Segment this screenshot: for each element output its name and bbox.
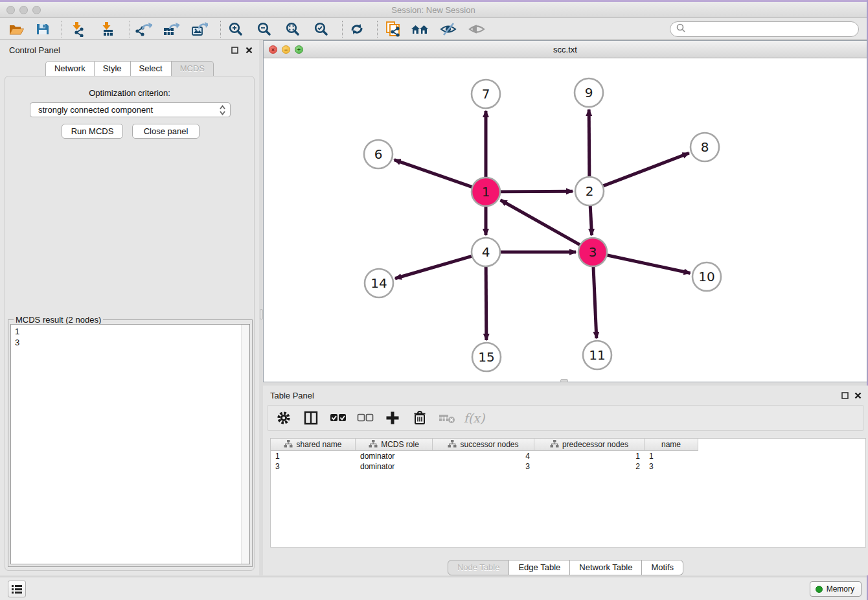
panel-splitter-handle[interactable] [260,309,263,319]
column-label: name [661,440,681,449]
graph-edge-1-2[interactable] [499,191,573,192]
graph-node-7[interactable]: 7 [472,80,500,108]
graph-edge-2-8[interactable] [602,153,689,187]
graph-edge-4-15[interactable] [486,265,486,340]
cell-predecessor_nodes[interactable]: 2 [534,461,645,472]
network-canvas[interactable]: 7968124314101511 [264,58,867,382]
search-box[interactable] [670,21,859,37]
select-all-icon[interactable] [330,410,347,426]
import-table-icon[interactable] [96,19,119,39]
cell-predecessor_nodes[interactable]: 1 [534,451,645,461]
table-settings-gear-icon[interactable] [275,410,292,426]
cell-name[interactable]: 1 [645,451,698,461]
first-neighbors-icon[interactable] [408,19,431,39]
run-mcds-button[interactable]: Run MCDS [62,124,123,139]
table-row[interactable]: 1dominator411 [271,451,865,461]
tab-network-table[interactable]: Network Table [570,560,642,575]
tab-node-table[interactable]: Node Table [448,560,510,575]
graph-node-11[interactable]: 11 [583,341,611,369]
graph-node-9[interactable]: 9 [575,78,603,107]
result-scrollbar[interactable] [241,325,249,564]
column-header-predecessor_nodes[interactable]: predecessor nodes [534,439,645,451]
svg-text:1: 1 [482,184,490,200]
import-network-icon[interactable] [66,19,89,39]
control-panel-title: Control Panel [9,45,60,55]
graph-edge-2-3[interactable] [590,204,592,235]
graph-edge-2-9[interactable] [589,110,589,178]
memory-label: Memory [827,584,854,594]
graph-edge-1-6[interactable] [394,160,474,188]
column-label: successor nodes [460,440,518,449]
graph-node-1[interactable]: 1 [472,178,500,206]
task-history-button[interactable] [8,581,26,597]
deselect-all-icon[interactable] [357,410,374,426]
column-header-successor_nodes[interactable]: successor nodes [433,439,534,451]
column-header-name[interactable]: name [645,439,698,451]
graph-edge-4-14[interactable] [395,256,474,279]
memory-button[interactable]: Memory [810,581,862,597]
graph-node-15[interactable]: 15 [472,343,501,371]
float-panel-icon[interactable] [229,45,240,55]
close-panel-button[interactable]: Close panel [132,124,200,139]
session-title: Session: New Session [0,5,867,15]
zoom-in-icon[interactable] [223,19,247,39]
hide-selected-icon[interactable] [437,19,460,39]
graph-node-4[interactable]: 4 [472,238,500,266]
graph-node-3[interactable]: 3 [578,238,607,266]
search-input[interactable] [686,25,848,34]
refresh-layout-icon[interactable] [345,19,369,39]
float-table-panel-icon[interactable] [839,390,850,400]
cell-name[interactable]: 3 [645,461,698,472]
graph-node-6[interactable]: 6 [364,140,393,168]
show-all-icon[interactable] [465,19,488,39]
graph-node-10[interactable]: 10 [692,262,721,291]
cell-mcds_role[interactable]: dominator [356,461,433,472]
tab-motifs[interactable]: Motifs [642,560,683,575]
control-panel: Control Panel NetworkStyleSelectMCDS Opt… [0,40,259,575]
export-image-icon[interactable] [188,19,211,39]
table-row[interactable]: 3dominator323 [271,461,865,472]
tab-mcds[interactable]: MCDS [172,61,214,76]
graph-node-14[interactable]: 14 [365,269,393,297]
export-table-icon[interactable] [159,19,183,39]
tab-edge-table[interactable]: Edge Table [509,560,570,575]
svg-text:10: 10 [698,269,714,284]
panel-splitter-handle-horizontal[interactable] [560,379,568,382]
cell-successor_nodes[interactable]: 3 [433,461,534,472]
column-header-mcds_role[interactable]: MCDS role [356,439,433,451]
graph-edge-3-11[interactable] [593,265,597,338]
svg-text:6: 6 [374,146,383,162]
network-window-titlebar[interactable]: × − + scc.txt [264,41,867,58]
clone-network-icon[interactable] [381,19,404,39]
open-session-icon[interactable] [5,19,29,39]
status-bar: Memory [0,577,867,600]
zoom-out-icon[interactable] [252,19,275,39]
graph-edge-3-10[interactable] [606,255,691,273]
zoom-selected-icon[interactable] [309,19,332,39]
cell-successor_nodes[interactable]: 4 [433,451,534,461]
cell-shared_name[interactable]: 3 [271,461,356,472]
control-panel-tabs: NetworkStyleSelectMCDS [0,61,259,76]
tab-network[interactable]: Network [45,61,95,76]
close-panel-icon[interactable] [244,45,254,55]
graph-node-8[interactable]: 8 [691,133,719,161]
tab-style[interactable]: Style [95,61,131,76]
graph-node-2[interactable]: 2 [575,177,604,205]
toolbar-separator [377,21,378,38]
toolbar-separator [130,21,130,38]
tab-select[interactable]: Select [131,61,172,76]
toolbar-separator [342,21,343,38]
show-column-icon[interactable] [303,410,319,426]
cell-mcds_role[interactable]: dominator [356,451,433,461]
graph-edge-3-1[interactable] [501,200,582,246]
mcds-result-text[interactable]: 1 3 [10,324,250,564]
criterion-dropdown[interactable]: strongly connected component [30,102,231,117]
add-icon[interactable] [384,410,401,426]
save-session-icon[interactable] [31,19,54,39]
delete-icon[interactable] [411,410,428,426]
column-header-shared_name[interactable]: shared name [271,439,356,451]
cell-shared_name[interactable]: 1 [271,451,356,461]
zoom-fit-icon[interactable] [280,19,304,39]
close-table-panel-icon[interactable] [852,390,863,400]
export-network-icon[interactable] [132,19,155,39]
